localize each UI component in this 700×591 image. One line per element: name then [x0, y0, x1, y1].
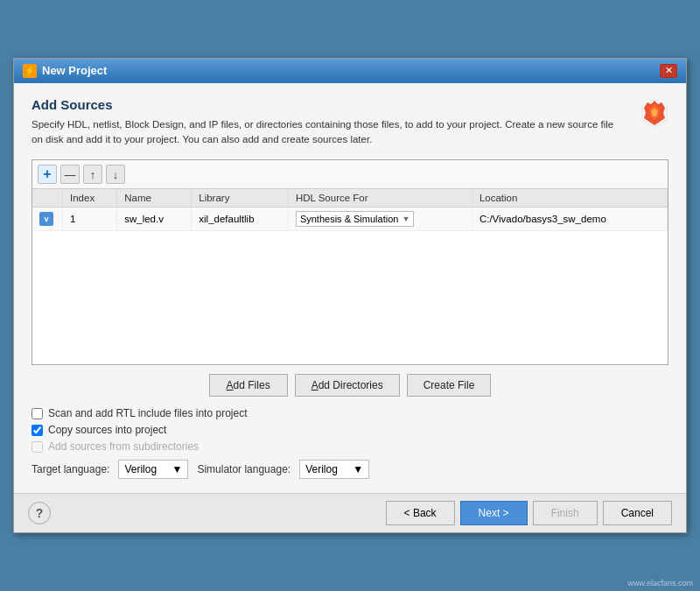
table-header-row: Index Name Library HDL Source For Locati…	[32, 189, 668, 208]
footer-left: ?	[28, 502, 51, 524]
footer-right: < Back Next > Finish Cancel	[386, 501, 672, 525]
next-label: Next >	[479, 507, 509, 519]
add-directories-button[interactable]: Add Directories	[295, 374, 400, 397]
row-index: 1	[63, 208, 117, 231]
row-library: xil_defaultlib	[192, 208, 289, 231]
scan-rtl-checkbox[interactable]	[32, 408, 43, 419]
target-language-arrow: ▼	[172, 463, 183, 475]
finish-button[interactable]: Finish	[533, 501, 598, 525]
row-hdl-source: Synthesis & Simulation ▼	[288, 208, 472, 231]
next-button[interactable]: Next >	[460, 501, 528, 525]
row-icon: v	[32, 208, 63, 231]
app-icon: ⚡	[23, 64, 37, 78]
back-label: < Back	[404, 507, 437, 519]
logo-svg	[640, 97, 668, 129]
target-language-label: Target language:	[32, 463, 109, 475]
create-file-button[interactable]: Create File	[407, 374, 492, 397]
simulator-language-arrow: ▼	[353, 463, 363, 475]
table-scroll-area: Index Name Library HDL Source For Locati…	[32, 189, 668, 364]
move-up-button[interactable]: ↑	[83, 165, 102, 184]
add-subdirs-row: Add sources from subdirectories	[32, 440, 668, 453]
target-language-select[interactable]: Verilog ▼	[118, 460, 188, 479]
content-area: Add Sources Specify HDL, netlist, Block …	[14, 83, 686, 494]
col-library: Library	[192, 189, 289, 208]
action-buttons-row: Add Files Add Directories Create File	[32, 374, 668, 397]
add-files-button[interactable]: Add Files	[209, 374, 288, 397]
help-button[interactable]: ?	[28, 502, 51, 524]
simulator-language-label: Simulator language:	[197, 463, 290, 475]
copy-sources-checkbox[interactable]	[32, 425, 43, 436]
simulator-language-select[interactable]: Verilog ▼	[299, 460, 369, 479]
copy-sources-label: Copy sources into project	[48, 424, 166, 436]
empty-table-area	[32, 231, 668, 336]
watermark: www.elacfans.com	[627, 579, 693, 587]
col-name: Name	[117, 189, 192, 208]
add-files-label: A	[227, 379, 234, 391]
col-location: Location	[472, 189, 667, 208]
simulator-language-value: Verilog	[305, 463, 338, 475]
table-row[interactable]: v 1 sw_led.v xil_defaultlib Synthesis & …	[32, 208, 668, 231]
move-down-button[interactable]: ↓	[106, 165, 125, 184]
add-directories-label: A	[312, 379, 318, 391]
hdl-source-dropdown[interactable]: Synthesis & Simulation ▼	[296, 211, 414, 227]
table-toolbar: + — ↑ ↓	[32, 160, 668, 189]
window-title: New Project	[42, 64, 107, 77]
scan-rtl-row: Scan and add RTL include files into proj…	[32, 407, 668, 419]
copy-sources-row: Copy sources into project	[32, 424, 668, 436]
col-index: Index	[63, 189, 117, 208]
add-subdirs-label: Add sources from subdirectories	[48, 440, 199, 453]
table-body: v 1 sw_led.v xil_defaultlib Synthesis & …	[32, 208, 668, 231]
header-row: Add Sources Specify HDL, netlist, Block …	[32, 97, 668, 160]
header-text: Add Sources Specify HDL, netlist, Block …	[32, 97, 626, 160]
title-bar: ⚡ New Project ✕	[14, 59, 686, 83]
remove-source-button[interactable]: —	[60, 165, 80, 184]
close-button[interactable]: ✕	[660, 64, 677, 78]
add-subdirs-checkbox[interactable]	[32, 441, 43, 453]
dropdown-arrow: ▼	[402, 215, 410, 223]
description-text: Specify HDL, netlist, Block Design, and …	[32, 117, 626, 148]
row-location: C:/Vivado/basys3_sw_demo	[472, 208, 667, 231]
target-language-value: Verilog	[124, 463, 157, 475]
add-source-button[interactable]: +	[38, 165, 57, 184]
sources-table: Index Name Library HDL Source For Locati…	[32, 189, 668, 231]
cancel-button[interactable]: Cancel	[603, 501, 672, 525]
create-file-label: Create File	[424, 379, 475, 391]
verilog-file-icon: v	[39, 212, 53, 226]
footer: ? < Back Next > Finish Cancel	[14, 493, 686, 532]
section-title: Add Sources	[32, 97, 626, 112]
table-header: Index Name Library HDL Source For Locati…	[32, 189, 668, 208]
sources-table-container: + — ↑ ↓ Index	[32, 159, 668, 365]
col-hdl-source: HDL Source For	[288, 189, 472, 208]
language-row: Target language: Verilog ▼ Simulator lan…	[32, 460, 668, 479]
back-button[interactable]: < Back	[386, 501, 455, 525]
title-bar-left: ⚡ New Project	[23, 64, 107, 78]
cancel-label: Cancel	[621, 507, 654, 519]
scan-rtl-label: Scan and add RTL include files into proj…	[48, 407, 247, 419]
new-project-window: ⚡ New Project ✕ Add Sources Specify HDL,…	[13, 58, 687, 534]
finish-label: Finish	[551, 507, 579, 519]
vivado-logo	[640, 97, 668, 129]
col-icon	[32, 189, 63, 208]
row-name: sw_led.v	[117, 208, 192, 231]
